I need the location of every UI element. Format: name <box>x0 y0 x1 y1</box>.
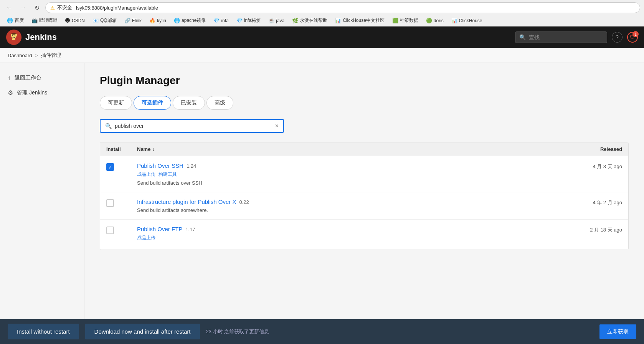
address-bar[interactable]: ⚠ 不安全 lsyk05:8888/pluginManager/availabl… <box>45 2 640 13</box>
sidebar-item-return-workspace[interactable]: ↑ 返回工作台 <box>0 71 84 85</box>
bottom-bar: Install without restart Download now and… <box>0 319 644 344</box>
bookmark-java[interactable]: ☕ java <box>265 17 287 24</box>
plugin-name-publish-over-ftp[interactable]: Publish Over FTP <box>137 226 182 232</box>
svg-point-2 <box>15 35 15 36</box>
jenkins-header: Jenkins 🔍 ? 🛡 1 <box>0 26 644 48</box>
content-area: Plugin Manager 可更新 可选插件 已安装 高级 🔍 × Insta… <box>84 63 644 344</box>
tab-updatable[interactable]: 可更新 <box>100 96 132 110</box>
search-clear-button[interactable]: × <box>275 123 279 129</box>
header-search-icon: 🔍 <box>519 34 526 40</box>
bookmark-shence[interactable]: 🟩 神策数据 <box>389 17 421 25</box>
checkbox-cell-3 <box>106 226 137 234</box>
sidebar: ↑ 返回工作台 ⚙ 管理 Jenkins <box>0 63 84 344</box>
plugin-checkbox-publish-over-ftp[interactable] <box>106 227 114 234</box>
plugin-search-field[interactable]: 🔍 × <box>100 119 284 133</box>
plugin-released-3: 2 月 18 天 ago <box>561 226 622 233</box>
plugin-tag-build-tools[interactable]: 构建工具 <box>159 171 177 178</box>
bookmark-icon-kylin: 🔥 <box>149 18 155 23</box>
bookmark-doris[interactable]: 🟢 doris <box>423 17 447 24</box>
bookmark-icon-flink: 🔗 <box>124 18 130 23</box>
forward-button[interactable]: → <box>18 2 28 13</box>
bookmark-flink[interactable]: 🔗 Flink <box>121 17 145 24</box>
page-title: Plugin Manager <box>100 74 629 87</box>
plugin-name-publish-over-ssh[interactable]: Publish Over SSH <box>137 162 183 169</box>
tab-installed[interactable]: 已安装 <box>173 96 205 110</box>
bookmark-icon-doris: 🟢 <box>426 18 432 23</box>
bookmark-icon-yonghong: 🌿 <box>292 18 298 23</box>
plugin-name-line-2: Infrastructure plugin for Publish Over X… <box>137 198 561 205</box>
sidebar-label-manage-jenkins: 管理 Jenkins <box>17 89 47 96</box>
plugin-version-1: 1.24 <box>187 163 196 169</box>
bookmark-infa2[interactable]: 💎 infa秘笈 <box>233 17 264 25</box>
plugin-desc-2: Send build artifacts somewhere. <box>137 207 561 213</box>
refresh-button[interactable]: 立即获取 <box>599 324 636 339</box>
bookmark-baidu[interactable]: 🌐 百度 <box>4 17 27 25</box>
plugin-info-2: Infrastructure plugin for Publish Over X… <box>137 198 561 213</box>
sidebar-label-return-workspace: 返回工作台 <box>15 74 41 81</box>
plugin-tag-artifacts[interactable]: 成品上传 <box>137 171 155 178</box>
search-icon: 🔍 <box>105 123 112 129</box>
browser-chrome: ← → ↻ ⚠ 不安全 lsyk05:8888/pluginManager/av… <box>0 0 644 26</box>
bookmark-yonghong[interactable]: 🌿 永洪在线帮助 <box>289 17 330 25</box>
browser-toolbar: ← → ↻ ⚠ 不安全 lsyk05:8888/pluginManager/av… <box>0 0 644 15</box>
plugin-tags-3: 成品上传 <box>137 235 561 241</box>
bookmark-icon-shence: 🟩 <box>392 18 398 23</box>
plugin-table: Install Name ↓ Released ✓ Publish Over S… <box>100 142 629 250</box>
bookmark-icon-clickhouse: 📊 <box>451 18 457 23</box>
plugin-checkbox-publish-over-ssh[interactable]: ✓ <box>106 163 114 171</box>
header-search-input[interactable] <box>529 34 603 40</box>
bookmark-clickhouse[interactable]: 📊 ClickHouse <box>448 17 485 24</box>
reload-button[interactable]: ↻ <box>31 2 42 13</box>
alert-badge: 1 <box>632 31 639 37</box>
tab-advanced[interactable]: 高级 <box>206 96 233 110</box>
main-layout: ↑ 返回工作台 ⚙ 管理 Jenkins Plugin Manager 可更新 … <box>0 63 644 344</box>
col-header-released: Released <box>561 146 622 152</box>
plugin-tags-1: 成品上传 构建工具 <box>137 171 561 178</box>
breadcrumb-current: 插件管理 <box>41 52 61 59</box>
svg-rect-3 <box>12 38 15 40</box>
sidebar-item-manage-jenkins[interactable]: ⚙ 管理 Jenkins <box>0 85 84 100</box>
url-text: lsyk05:8888/pluginManager/available <box>76 5 158 11</box>
jenkins-logo[interactable]: Jenkins <box>6 30 57 45</box>
header-search-container[interactable]: 🔍 <box>515 31 607 43</box>
tabs-container: 可更新 可选插件 已安装 高级 <box>100 96 629 110</box>
search-container: 🔍 × <box>100 119 629 133</box>
bookmark-apache[interactable]: 🌐 apache镜像 <box>171 17 209 25</box>
return-workspace-icon: ↑ <box>8 74 11 81</box>
bookmark-icon-infa2: 💎 <box>236 18 243 23</box>
bookmark-clickhouse-cn[interactable]: 📊 ClickHouse中文社区 <box>332 17 388 25</box>
checkbox-cell-1: ✓ <box>106 162 137 171</box>
breadcrumb-home[interactable]: Dashboard <box>8 53 32 58</box>
alert-button[interactable]: 🛡 1 <box>627 32 638 43</box>
manage-jenkins-icon: ⚙ <box>8 89 13 96</box>
download-install-button[interactable]: Download now and install after restart <box>85 324 200 339</box>
bookmark-infa[interactable]: 💎 infa <box>210 17 231 24</box>
plugin-released-1: 4 月 3 天 ago <box>561 162 622 170</box>
bookmark-icon-clickhouse-cn: 📊 <box>335 18 341 23</box>
bookmarks-bar: 🌐 百度 📺 哔哩哔哩 🅒 CSDN 📧 QQ邮箱 🔗 Flink 🔥 kyli… <box>0 15 644 26</box>
bookmark-bilibili[interactable]: 📺 哔哩哔哩 <box>28 17 61 25</box>
bookmark-icon-csdn: 🅒 <box>65 18 70 23</box>
table-row: ✓ Publish Over SSH 1.24 成品上传 构建工具 Send b… <box>100 156 628 192</box>
bookmark-qq[interactable]: 📧 QQ邮箱 <box>89 17 120 25</box>
plugin-released-2: 4 年 2 月 ago <box>561 198 622 206</box>
install-without-restart-button[interactable]: Install without restart <box>8 324 79 339</box>
bookmark-csdn[interactable]: 🅒 CSDN <box>62 17 88 24</box>
help-button[interactable]: ? <box>612 32 623 43</box>
plugin-name-infrastructure[interactable]: Infrastructure plugin for Publish Over X <box>137 198 236 205</box>
breadcrumb: Dashboard > 插件管理 <box>0 48 644 63</box>
svg-point-4 <box>11 34 12 36</box>
tab-available[interactable]: 可选插件 <box>134 96 171 110</box>
plugin-name-line-1: Publish Over SSH 1.24 <box>137 162 561 169</box>
plugin-tag-ftp-artifacts[interactable]: 成品上传 <box>137 235 155 241</box>
bookmark-icon-bilibili: 📺 <box>31 18 38 23</box>
plugin-checkbox-infrastructure[interactable] <box>106 199 114 207</box>
back-button[interactable]: ← <box>4 2 15 13</box>
svg-point-5 <box>15 34 17 36</box>
bottom-info-text: 23 小时 之前获取了更新信息 <box>206 328 593 335</box>
bookmark-icon-infa: 💎 <box>213 18 220 23</box>
search-input[interactable] <box>115 123 272 129</box>
jenkins-title: Jenkins <box>25 32 57 42</box>
table-row: Publish Over FTP 1.17 成品上传 2 月 18 天 ago <box>100 220 628 250</box>
bookmark-kylin[interactable]: 🔥 kylin <box>146 17 169 24</box>
